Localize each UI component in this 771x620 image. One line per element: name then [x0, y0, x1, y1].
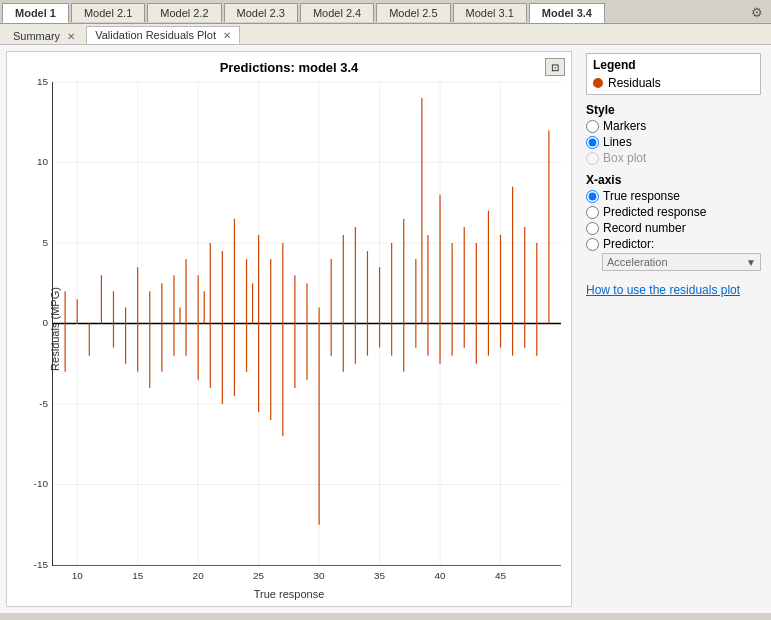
xaxis-record-number-radio[interactable] [586, 222, 599, 235]
right-panel: Legend Residuals Style Markers Lines [576, 45, 771, 613]
xaxis-true-response-label: True response [603, 189, 680, 203]
legend-title: Legend [593, 58, 754, 72]
xaxis-predictor-option[interactable]: Predictor: [586, 237, 761, 251]
svg-text:-5: -5 [39, 398, 48, 409]
gear-icon[interactable]: ⚙ [745, 2, 769, 23]
help-link[interactable]: How to use the residuals plot [586, 283, 761, 297]
predictor-value: Acceleration [607, 256, 668, 268]
style-boxplot-radio[interactable] [586, 152, 599, 165]
style-boxplot-option[interactable]: Box plot [586, 151, 761, 165]
svg-text:25: 25 [253, 570, 265, 581]
svg-text:5: 5 [42, 237, 48, 248]
xaxis-radio-group: True response Predicted response Record … [586, 189, 761, 251]
xaxis-predicted-response-label: Predicted response [603, 205, 706, 219]
xaxis-true-response-option[interactable]: True response [586, 189, 761, 203]
tab-model-3-4[interactable]: Model 3.4 [529, 3, 605, 23]
chart-svg: -15-10-50510151015202530354045 [53, 82, 561, 565]
style-markers-radio[interactable] [586, 120, 599, 133]
xaxis-title: X-axis [586, 173, 761, 187]
legend-item-label: Residuals [608, 76, 661, 90]
subtab-validation-label: Validation Residuals Plot [95, 29, 216, 41]
tab-model-2-5[interactable]: Model 2.5 [376, 3, 450, 22]
subtab-summary-close[interactable]: ✕ [67, 31, 75, 42]
svg-text:45: 45 [495, 570, 507, 581]
tab-model-2-3[interactable]: Model 2.3 [224, 3, 298, 22]
subtab-summary[interactable]: Summary ✕ [4, 27, 84, 44]
x-axis-label: True response [254, 588, 325, 600]
svg-text:35: 35 [374, 570, 386, 581]
predictor-dropdown[interactable]: Acceleration ▼ [602, 253, 761, 271]
chart-area: Predictions: model 3.4 Residuals (MPG) T… [6, 51, 572, 607]
legend-item: Residuals [593, 76, 754, 90]
svg-text:10: 10 [37, 156, 49, 167]
main-content: Predictions: model 3.4 Residuals (MPG) T… [0, 45, 771, 613]
xaxis-record-number-option[interactable]: Record number [586, 221, 761, 235]
style-markers-option[interactable]: Markers [586, 119, 761, 133]
chart-plot-area: -15-10-50510151015202530354045 [52, 82, 561, 566]
svg-text:20: 20 [193, 570, 205, 581]
style-lines-label: Lines [603, 135, 632, 149]
tab-model-1[interactable]: Model 1 [2, 3, 69, 23]
svg-text:15: 15 [132, 570, 144, 581]
svg-text:40: 40 [434, 570, 446, 581]
xaxis-record-number-label: Record number [603, 221, 686, 235]
subtabs-bar: Summary ✕ Validation Residuals Plot ✕ [0, 24, 771, 45]
style-lines-option[interactable]: Lines [586, 135, 761, 149]
svg-text:-10: -10 [34, 478, 49, 489]
subtab-validation-close[interactable]: ✕ [223, 30, 231, 41]
style-lines-radio[interactable] [586, 136, 599, 149]
tab-model-3-1[interactable]: Model 3.1 [453, 3, 527, 22]
legend-dot [593, 78, 603, 88]
xaxis-predicted-response-radio[interactable] [586, 206, 599, 219]
tab-model-2-2[interactable]: Model 2.2 [147, 3, 221, 22]
style-title: Style [586, 103, 761, 117]
chart-title: Predictions: model 3.4 [7, 52, 571, 79]
xaxis-predictor-label: Predictor: [603, 237, 654, 251]
svg-text:30: 30 [314, 570, 326, 581]
svg-text:10: 10 [72, 570, 84, 581]
xaxis-predicted-response-option[interactable]: Predicted response [586, 205, 761, 219]
svg-text:-15: -15 [34, 559, 49, 570]
svg-text:15: 15 [37, 76, 49, 87]
tabs-bar: Model 1 Model 2.1 Model 2.2 Model 2.3 Mo… [0, 0, 771, 24]
tab-model-2-1[interactable]: Model 2.1 [71, 3, 145, 22]
expand-button[interactable]: ⊡ [545, 58, 565, 76]
tab-model-2-4[interactable]: Model 2.4 [300, 3, 374, 22]
xaxis-true-response-radio[interactable] [586, 190, 599, 203]
style-markers-label: Markers [603, 119, 646, 133]
legend-box: Legend Residuals [586, 53, 761, 95]
svg-text:0: 0 [42, 317, 48, 328]
subtab-summary-label: Summary [13, 30, 60, 42]
style-section: Style Markers Lines Box plot [586, 103, 761, 165]
subtab-validation-residuals[interactable]: Validation Residuals Plot ✕ [86, 26, 240, 44]
style-boxplot-label: Box plot [603, 151, 646, 165]
dropdown-arrow-icon: ▼ [746, 257, 756, 268]
style-radio-group: Markers Lines Box plot [586, 119, 761, 165]
xaxis-predictor-radio[interactable] [586, 238, 599, 251]
xaxis-section: X-axis True response Predicted response … [586, 173, 761, 271]
